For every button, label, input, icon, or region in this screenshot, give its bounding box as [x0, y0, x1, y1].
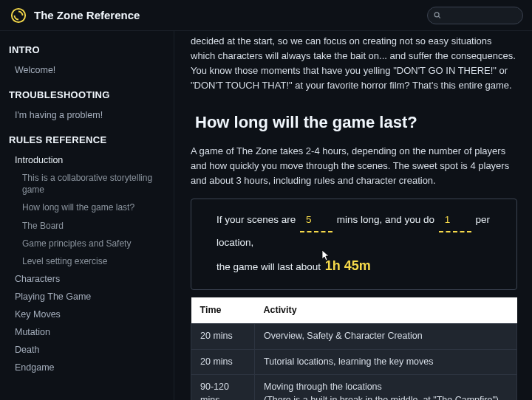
- cell-time: 20 mins: [191, 349, 255, 375]
- calc-input-per-location[interactable]: 1: [439, 210, 471, 232]
- table-row: 90-120 mins Moving through the locations…: [191, 375, 517, 400]
- sidebar-section-troubleshooting: TROUBLESHOOTING: [9, 89, 166, 100]
- sidebar-item-death[interactable]: Death: [7, 341, 166, 359]
- swirl-logo-icon: [10, 7, 27, 24]
- cell-activity: Moving through the locations (There is a…: [255, 375, 517, 400]
- table-row: 20 mins Overview, Safety & Character Cre…: [191, 324, 517, 350]
- search-icon: [434, 11, 440, 19]
- sidebar-sub-level[interactable]: Level setting exercise: [7, 252, 166, 270]
- th-time: Time: [191, 297, 255, 324]
- svg-point-0: [434, 13, 439, 17]
- calc-text-pre1: If your scenes are: [216, 214, 296, 225]
- sidebar-item-mutation[interactable]: Mutation: [7, 323, 166, 341]
- sidebar-sub-safety[interactable]: Game principles and Safety: [7, 235, 166, 252]
- svg-line-1: [439, 16, 440, 18]
- sidebar-item-keymoves[interactable]: Key Moves: [7, 306, 166, 323]
- sidebar-sub-board[interactable]: The Board: [7, 217, 166, 235]
- sidebar-sub-howlong[interactable]: How long will the game last?: [7, 199, 166, 216]
- sidebar: INTRO Welcome! TROUBLESHOOTING I'm havin…: [0, 31, 174, 400]
- body-paragraph: A game of The Zone takes 2-4 hours, depe…: [191, 144, 517, 188]
- sidebar-item-endgame[interactable]: Endgame: [7, 359, 166, 376]
- cell-activity: Overview, Safety & Character Creation: [255, 324, 517, 350]
- header: The Zone Reference: [0, 0, 532, 31]
- sidebar-item-playing[interactable]: Playing The Game: [7, 288, 166, 306]
- sidebar-section-rules: RULES REFERENCE: [9, 134, 166, 145]
- section-heading: How long will the game last?: [195, 110, 517, 135]
- time-table: Time Activity 20 mins Overview, Safety &…: [191, 297, 517, 400]
- cell-activity: Tutorial locations, learning the key mov…: [255, 349, 517, 375]
- search-input[interactable]: [445, 11, 516, 20]
- sidebar-item-characters[interactable]: Characters: [7, 270, 166, 288]
- calc-result: 1h 45m: [325, 258, 371, 273]
- cell-time: 90-120 mins: [191, 375, 255, 400]
- sidebar-item-welcome[interactable]: Welcome!: [7, 61, 166, 79]
- calc-text-pre2: the game will last about: [216, 261, 321, 272]
- duration-calculator: If your scenes are 5 mins long, and you …: [191, 199, 517, 290]
- sidebar-item-introduction[interactable]: Introduction: [7, 151, 166, 169]
- sidebar-sub-collab[interactable]: This is a collaborative storytelling gam…: [7, 169, 166, 199]
- sidebar-section-intro: INTRO: [9, 44, 166, 55]
- lead-paragraph: decided at the start, so we can focus on…: [191, 34, 517, 94]
- sidebar-item-problem[interactable]: I'm having a problem!: [7, 106, 166, 124]
- main-content: decided at the start, so we can focus on…: [174, 31, 532, 400]
- calc-input-scene-length[interactable]: 5: [300, 210, 332, 232]
- cell-time: 20 mins: [191, 324, 255, 350]
- th-activity: Activity: [255, 297, 517, 324]
- search-box[interactable]: [427, 7, 523, 24]
- table-row: 20 mins Tutorial locations, learning the…: [191, 349, 517, 375]
- site-title[interactable]: The Zone Reference: [34, 9, 140, 21]
- calc-text-mid1: mins long, and you do: [337, 214, 434, 225]
